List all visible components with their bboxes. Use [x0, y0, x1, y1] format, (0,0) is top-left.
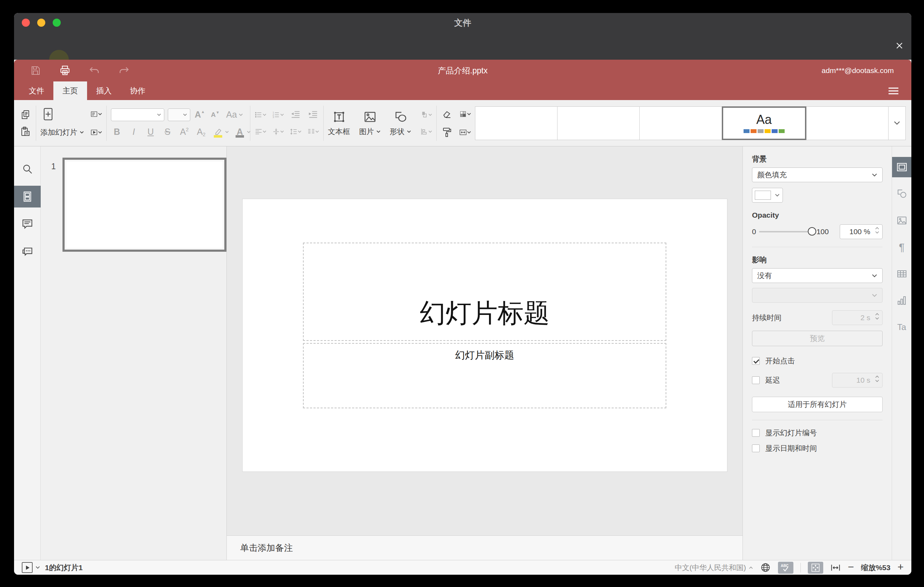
- bullet-list-icon[interactable]: [254, 109, 266, 121]
- effect-select[interactable]: 没有: [752, 268, 883, 283]
- start-preview-icon[interactable]: [22, 562, 33, 573]
- title-placeholder[interactable]: 幻灯片标题: [303, 242, 666, 341]
- show-date-checkbox[interactable]: [752, 444, 760, 452]
- set-language-globe-icon[interactable]: [760, 562, 771, 573]
- font-size-select[interactable]: [168, 109, 190, 121]
- show-date-row[interactable]: 显示日期和时间: [752, 444, 883, 453]
- theme-gallery: Aa: [475, 106, 906, 140]
- decrease-indent-icon[interactable]: [290, 109, 302, 121]
- paragraph-settings-icon[interactable]: ¶: [892, 237, 912, 257]
- comments-icon[interactable]: [14, 213, 41, 235]
- toolbar-divider: [250, 106, 250, 141]
- highlight-color-icon[interactable]: [212, 126, 224, 138]
- toolbar-divider: [36, 106, 36, 141]
- table-settings-icon[interactable]: [892, 264, 912, 284]
- subscript-icon[interactable]: A2: [195, 126, 207, 138]
- start-on-click-row[interactable]: 开始点击: [752, 356, 883, 366]
- numbered-list-icon[interactable]: 123: [272, 109, 284, 121]
- delay-checkbox[interactable]: [752, 376, 760, 384]
- background-color-picker[interactable]: [752, 188, 783, 203]
- slide-thumbnail-selected[interactable]: [63, 158, 226, 252]
- text-art-settings-icon[interactable]: Ta: [892, 317, 912, 337]
- slide-settings-icon[interactable]: [892, 157, 912, 177]
- opacity-min: 0: [752, 228, 756, 236]
- apply-to-all-button[interactable]: 适用于所有幻灯片: [752, 397, 883, 412]
- increase-font-icon[interactable]: A▲: [194, 109, 206, 121]
- copy-icon[interactable]: [20, 109, 31, 121]
- add-slide-icon[interactable]: [40, 106, 56, 122]
- color-scheme-icon[interactable]: [459, 108, 471, 120]
- opacity-spinner[interactable]: [875, 227, 879, 234]
- insert-image[interactable]: 图片: [359, 110, 381, 137]
- slide-size-icon[interactable]: [459, 126, 471, 139]
- slide-layout-icon[interactable]: [90, 108, 102, 120]
- start-on-click-checkbox[interactable]: [752, 357, 760, 365]
- theme-option-selected[interactable]: Aa: [722, 106, 807, 140]
- opacity-input[interactable]: 100 %: [840, 224, 883, 239]
- undo-icon[interactable]: [89, 64, 101, 76]
- redo-icon[interactable]: [118, 64, 130, 76]
- opacity-max: 100: [817, 228, 829, 236]
- bold-icon[interactable]: B: [111, 126, 123, 138]
- tab-collaboration[interactable]: 协作: [121, 81, 155, 100]
- spellcheck-icon[interactable]: ABC: [778, 562, 794, 574]
- tab-file[interactable]: 文件: [20, 81, 53, 100]
- save-icon[interactable]: [30, 64, 41, 76]
- close-icon[interactable]: [893, 39, 906, 53]
- underline-icon[interactable]: U: [145, 126, 157, 138]
- copy-style-icon[interactable]: [441, 126, 453, 139]
- chat-icon[interactable]: [14, 241, 41, 262]
- tab-insert[interactable]: 插入: [87, 81, 121, 100]
- line-spacing-icon[interactable]: [290, 126, 302, 138]
- shape-settings-icon[interactable]: [892, 184, 912, 204]
- delay-row[interactable]: 延迟 10 s: [752, 373, 883, 387]
- horizontal-align-icon[interactable]: [254, 126, 266, 138]
- zoom-out-icon[interactable]: −: [848, 562, 854, 572]
- background-fill-select[interactable]: 颜色填充: [752, 167, 883, 182]
- zoom-in-icon[interactable]: +: [897, 562, 904, 572]
- language-selector[interactable]: 中文(中华人民共和国): [675, 563, 753, 572]
- font-name-select[interactable]: [111, 109, 164, 121]
- fit-width-icon[interactable]: [830, 562, 841, 573]
- strikethrough-icon[interactable]: S: [162, 126, 173, 138]
- change-case-icon[interactable]: Aa: [225, 109, 244, 121]
- paste-icon[interactable]: [20, 126, 31, 138]
- italic-icon[interactable]: I: [128, 126, 140, 138]
- color-swatch: [755, 191, 771, 200]
- add-slide-button[interactable]: 添加幻灯片: [40, 127, 84, 137]
- insert-textbox[interactable]: 文本框: [328, 110, 350, 137]
- arrange-shape-icon[interactable]: [420, 109, 432, 121]
- show-slide-number-row[interactable]: 显示幻灯片编号: [752, 428, 883, 438]
- slides-panel-icon[interactable]: [14, 186, 41, 208]
- chart-settings-icon[interactable]: [892, 290, 912, 311]
- print-icon[interactable]: [59, 64, 71, 76]
- slide[interactable]: 幻灯片标题 幻灯片副标题: [243, 199, 727, 472]
- theme-option-1[interactable]: [475, 106, 558, 140]
- menu-icon[interactable]: [888, 87, 899, 95]
- theme-gallery-expand-icon[interactable]: [888, 106, 906, 140]
- preview-options-chevron-icon[interactable]: [35, 566, 40, 569]
- opacity-slider[interactable]: [759, 231, 812, 232]
- decrease-font-icon[interactable]: A▼: [209, 109, 221, 121]
- align-shape-icon[interactable]: [420, 126, 432, 138]
- insert-shape[interactable]: 形状: [390, 110, 411, 137]
- select-tool-icon[interactable]: [441, 108, 453, 120]
- theme-option-5[interactable]: [806, 106, 889, 140]
- increase-indent-icon[interactable]: [307, 109, 319, 121]
- vertical-align-icon[interactable]: [272, 126, 284, 138]
- columns-icon[interactable]: [307, 126, 319, 138]
- superscript-icon[interactable]: A2: [178, 126, 190, 138]
- show-slide-number-checkbox[interactable]: [752, 429, 760, 437]
- theme-option-2[interactable]: [557, 106, 640, 140]
- subtitle-placeholder[interactable]: 幻灯片副标题: [303, 343, 666, 408]
- theme-option-3[interactable]: [639, 106, 722, 140]
- slide-canvas[interactable]: 幻灯片标题 幻灯片副标题: [227, 147, 742, 535]
- opacity-slider-handle[interactable]: [808, 227, 816, 236]
- font-color-icon[interactable]: A: [234, 126, 246, 138]
- start-slideshow-icon[interactable]: [90, 126, 102, 139]
- fit-slide-icon[interactable]: [808, 562, 823, 574]
- image-settings-icon[interactable]: [892, 210, 912, 231]
- notes-area[interactable]: 单击添加备注: [227, 535, 742, 560]
- search-icon[interactable]: [14, 158, 41, 180]
- tab-home[interactable]: 主页: [53, 81, 87, 100]
